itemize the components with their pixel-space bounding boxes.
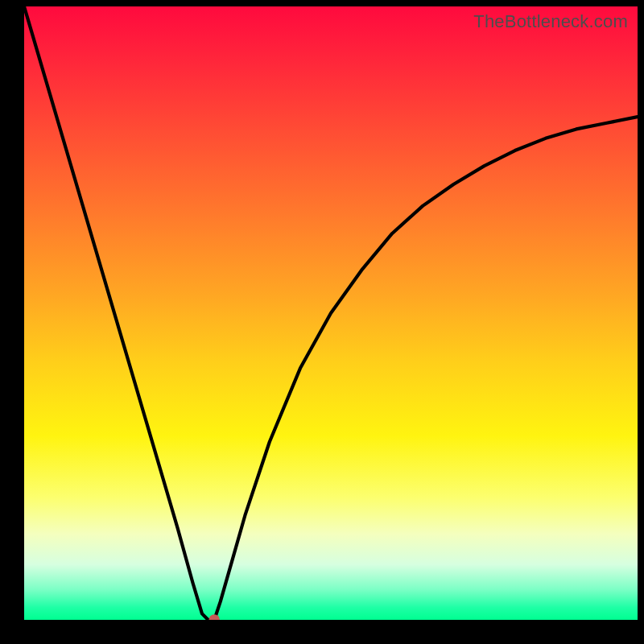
- curve-svg: [24, 6, 638, 620]
- chart-frame: TheBottleneck.com: [0, 0, 644, 644]
- plot-area: TheBottleneck.com: [24, 6, 638, 620]
- curve-path: [24, 6, 638, 620]
- marker-dot: [208, 614, 220, 620]
